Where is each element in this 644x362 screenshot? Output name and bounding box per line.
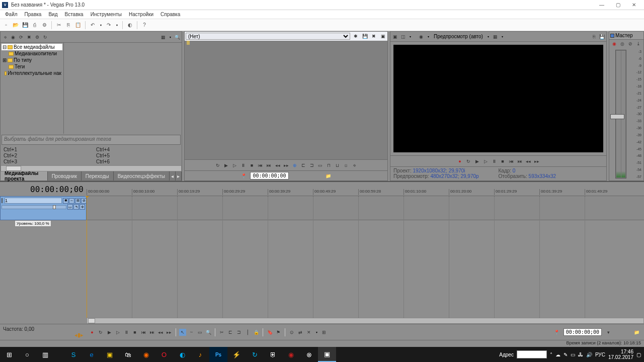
- tag-editor[interactable]: Выбрать файлы для редактирования тегов: [2, 135, 181, 145]
- track-name-input[interactable]: [5, 198, 62, 204]
- timecode-format-icon[interactable]: ▾: [605, 329, 612, 336]
- menu-file[interactable]: Файл: [2, 11, 21, 18]
- start-button[interactable]: ⊞: [0, 347, 18, 362]
- marker-icon[interactable]: 🔖: [266, 329, 273, 336]
- play-icon[interactable]: ▶: [106, 329, 113, 336]
- crossfade-dropdown[interactable]: ▾: [314, 330, 319, 335]
- tool-icon[interactable]: ⎆: [351, 162, 358, 169]
- properties-icon[interactable]: ⚙: [34, 34, 41, 41]
- auto-ripple-icon[interactable]: ⇄: [297, 329, 304, 336]
- app-icon[interactable]: ◐: [173, 347, 191, 362]
- quantize-icon[interactable]: ⊞: [320, 329, 328, 336]
- scrub-control-icon[interactable]: ◂▮▸: [3, 332, 84, 338]
- track-header-video-1[interactable]: ✱ ～ ⊞ ⊘ ! ▭ ↰ ✢: [0, 196, 87, 220]
- timeline-ruler[interactable]: 00:00:00:00 00:00:10:00 00:00:19:29 00:0…: [87, 182, 644, 196]
- skype-icon[interactable]: S: [64, 347, 83, 362]
- cut-icon[interactable]: ✂: [55, 21, 63, 29]
- app-icon[interactable]: ↻: [246, 347, 264, 362]
- snap-icon[interactable]: ⊙: [288, 329, 295, 336]
- tab-scroll-right[interactable]: ▸: [176, 171, 182, 180]
- go-end-icon[interactable]: ⏭: [266, 162, 273, 169]
- close-button[interactable]: ✕: [626, 1, 642, 10]
- redo-icon[interactable]: ↷: [105, 21, 113, 29]
- capture-icon[interactable]: ◉: [10, 34, 17, 41]
- stop-icon[interactable]: ■: [131, 329, 138, 336]
- mute-icon[interactable]: ◉: [611, 40, 618, 47]
- automation-icon[interactable]: ～: [69, 198, 74, 204]
- timeline-cursor-timecode[interactable]: 00:00:00;00: [30, 185, 84, 194]
- external-monitor-icon[interactable]: ▣: [391, 33, 398, 40]
- go-start-icon[interactable]: ⏮: [508, 158, 515, 165]
- edge-icon[interactable]: e: [83, 347, 101, 362]
- maximize-button[interactable]: ▢: [610, 1, 626, 10]
- region-icon[interactable]: ⚑: [275, 329, 282, 336]
- paste-icon[interactable]: 📋: [74, 21, 82, 29]
- menu-view[interactable]: Вид: [45, 11, 60, 18]
- record-icon[interactable]: ●: [456, 158, 463, 165]
- tab-explorer[interactable]: Проводник: [48, 171, 82, 180]
- stop-icon[interactable]: ■: [499, 158, 506, 165]
- folder-icon[interactable]: 📁: [633, 329, 640, 336]
- save-icon[interactable]: 💾: [361, 33, 368, 40]
- overlays-dropdown[interactable]: ▾: [500, 34, 505, 39]
- tool-icon[interactable]: ⊔: [334, 162, 341, 169]
- envelope-tool-icon[interactable]: ～: [188, 329, 195, 336]
- copy-icon[interactable]: ⎘: [64, 21, 72, 29]
- tray-network-icon[interactable]: 🖧: [578, 352, 583, 357]
- play-from-start-icon[interactable]: ▷: [114, 329, 121, 336]
- output-icon[interactable]: ⤓: [635, 40, 642, 47]
- remove-icon[interactable]: ✖: [26, 34, 33, 41]
- create-subclip-icon[interactable]: ▭: [317, 162, 324, 169]
- tray-chevron-icon[interactable]: ˄: [550, 352, 552, 357]
- tab-video-fx[interactable]: Видеоспецэффекты: [114, 171, 170, 180]
- marker-position-icon[interactable]: 📍: [553, 329, 560, 336]
- external-icon[interactable]: ▣: [379, 33, 386, 40]
- app-icon[interactable]: ♪: [191, 347, 209, 362]
- delete-icon[interactable]: ✖: [370, 33, 377, 40]
- fx-icon[interactable]: ✱: [352, 33, 359, 40]
- refresh-icon[interactable]: ↻: [42, 34, 49, 41]
- address-input[interactable]: [517, 350, 547, 358]
- pause-icon[interactable]: ⏸: [491, 158, 498, 165]
- track-level-slider[interactable]: [2, 205, 66, 209]
- tool-icon[interactable]: ⊓: [326, 162, 333, 169]
- xbox-icon[interactable]: ⊗: [300, 347, 318, 362]
- record-icon[interactable]: ●: [89, 329, 96, 336]
- timeline-scrollbar[interactable]: [87, 318, 644, 324]
- app-icon[interactable]: ◉: [282, 347, 300, 362]
- footer-timecode[interactable]: 00:00:00;00: [564, 328, 602, 336]
- tray-clock[interactable]: 17:46 17.02.2017: [608, 349, 633, 360]
- import-media-icon[interactable]: ⎆: [2, 34, 9, 41]
- view-dropdown[interactable]: ▾: [168, 35, 173, 40]
- overlays-icon[interactable]: ▦: [492, 33, 499, 40]
- video-output-fx-icon[interactable]: ◉: [418, 33, 425, 40]
- prev-frame-icon[interactable]: ◂◂: [274, 162, 281, 169]
- undo-dropdown[interactable]: ▾: [98, 23, 103, 28]
- marker-icon[interactable]: 📍: [240, 172, 247, 179]
- play-from-start-icon[interactable]: ▷: [482, 158, 489, 165]
- tray-cloud-icon[interactable]: ☁: [555, 352, 560, 357]
- tree-item-smart[interactable]: Интеллектуальные нак: [2, 70, 62, 76]
- menu-edit[interactable]: Правка: [22, 11, 45, 18]
- compositing-icon[interactable]: ▭: [67, 204, 73, 210]
- tray-language[interactable]: РУС: [595, 352, 605, 357]
- menu-options[interactable]: Настройки: [126, 11, 156, 18]
- mark-out-icon[interactable]: ⊐: [308, 162, 315, 169]
- preview-quality-label[interactable]: Предпросмотр (авто): [432, 34, 485, 39]
- render-icon[interactable]: ⎙: [31, 21, 39, 29]
- play-from-start-icon[interactable]: ▷: [231, 162, 238, 169]
- save-frame-icon[interactable]: 💾: [598, 33, 605, 40]
- folder-icon[interactable]: 📁: [325, 172, 332, 179]
- go-end-icon[interactable]: ⏭: [148, 329, 155, 336]
- properties-icon[interactable]: ⚙: [40, 21, 48, 29]
- dim-icon[interactable]: ⊘: [627, 40, 634, 47]
- mark-in-icon[interactable]: ⊏: [300, 162, 307, 169]
- fx-dropdown[interactable]: ▾: [426, 34, 431, 39]
- go-end-icon[interactable]: ⏭: [516, 158, 523, 165]
- preview-device-icon[interactable]: ◫: [399, 33, 407, 40]
- timeline-playhead[interactable]: [87, 196, 87, 318]
- store-icon[interactable]: 🛍: [119, 347, 137, 362]
- opera-icon[interactable]: O: [155, 347, 173, 362]
- trimmer-media-select[interactable]: (Нет): [186, 33, 350, 40]
- prev-frame-icon[interactable]: ◂◂: [525, 158, 532, 165]
